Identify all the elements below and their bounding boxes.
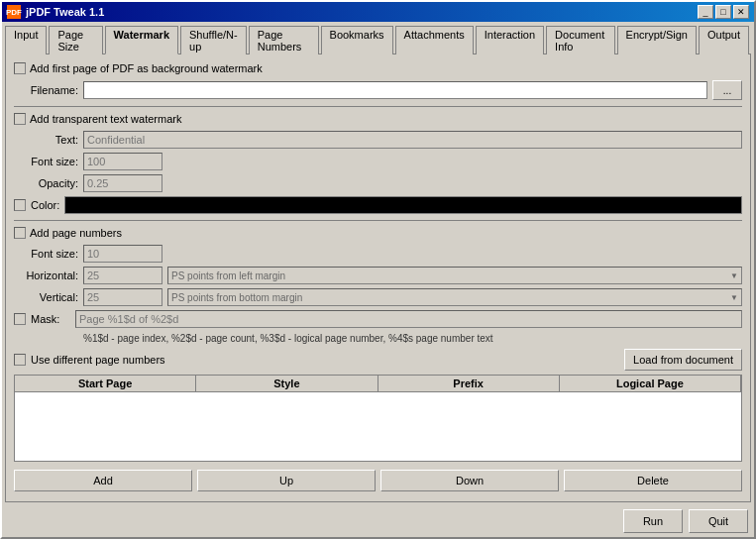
text-watermark-checkbox[interactable] bbox=[14, 113, 26, 125]
color-swatch[interactable] bbox=[64, 196, 742, 214]
horizontal-unit-wrapper: PS points from left margin ▼ bbox=[167, 267, 742, 284]
separator-1 bbox=[14, 106, 742, 107]
tab-output[interactable]: Output bbox=[699, 26, 749, 54]
col-prefix: Prefix bbox=[378, 376, 560, 391]
page-numbers-row: Add page numbers bbox=[14, 227, 742, 239]
filename-input[interactable] bbox=[83, 81, 707, 99]
mask-label: Mask: bbox=[31, 313, 70, 325]
text-label: Text: bbox=[14, 134, 78, 146]
horizontal-unit-label: PS points from left margin bbox=[171, 270, 285, 281]
col-style: Style bbox=[196, 376, 378, 391]
run-button[interactable]: Run bbox=[623, 509, 683, 533]
opacity-label: Opacity: bbox=[14, 177, 78, 189]
horizontal-label: Horizontal: bbox=[14, 270, 78, 281]
horizontal-input[interactable] bbox=[83, 267, 162, 284]
quit-button[interactable]: Quit bbox=[689, 509, 748, 533]
background-watermark-row: Add first page of PDF as background wate… bbox=[14, 62, 742, 74]
table-header: Start Page Style Prefix Logical Page bbox=[15, 376, 741, 392]
delete-button[interactable]: Delete bbox=[564, 470, 742, 491]
filename-label: Filename: bbox=[14, 84, 78, 96]
close-button[interactable]: ✕ bbox=[733, 5, 749, 19]
main-window: PDF jPDF Tweak 1.1 _ □ ✕ Input Page Size… bbox=[0, 0, 756, 539]
font-size-row: Font size: bbox=[14, 153, 742, 170]
pn-font-size-input[interactable] bbox=[83, 245, 162, 263]
browse-button[interactable]: ... bbox=[712, 80, 742, 100]
load-from-document-button[interactable]: Load from document bbox=[624, 349, 742, 371]
mask-row: Mask: bbox=[14, 310, 742, 328]
vertical-dropdown-arrow: ▼ bbox=[730, 293, 738, 302]
horizontal-unit-dropdown[interactable]: PS points from left margin ▼ bbox=[167, 267, 742, 284]
tab-encrypt-sign[interactable]: Encrypt/Sign bbox=[617, 26, 697, 54]
text-row: Text: bbox=[14, 131, 742, 149]
pn-font-size-label: Font size: bbox=[14, 248, 78, 260]
horizontal-dropdown-arrow: ▼ bbox=[730, 271, 738, 280]
tab-page-size[interactable]: Page Size bbox=[49, 26, 102, 54]
title-bar: PDF jPDF Tweak 1.1 _ □ ✕ bbox=[2, 2, 754, 22]
bottom-buttons: Add Up Down Delete bbox=[14, 466, 742, 493]
tab-shuffle[interactable]: Shuffle/N-up bbox=[180, 26, 247, 54]
page-numbers-checkbox[interactable] bbox=[14, 227, 26, 239]
vertical-unit-dropdown[interactable]: PS points from bottom margin ▼ bbox=[167, 288, 742, 306]
vertical-input[interactable] bbox=[83, 288, 162, 306]
background-watermark-checkbox[interactable] bbox=[14, 62, 26, 74]
tab-document-info[interactable]: Document Info bbox=[546, 26, 615, 54]
down-button[interactable]: Down bbox=[380, 470, 559, 491]
vertical-unit-label: PS points from bottom margin bbox=[171, 292, 302, 303]
page-numbers-table: Start Page Style Prefix Logical Page bbox=[14, 375, 742, 462]
filename-row: Filename: ... bbox=[14, 80, 742, 100]
tab-bookmarks[interactable]: Bookmarks bbox=[321, 26, 393, 54]
background-watermark-label: Add first page of PDF as background wate… bbox=[30, 62, 263, 74]
vertical-label: Vertical: bbox=[14, 291, 78, 303]
text-input[interactable] bbox=[83, 131, 742, 149]
hint-text: %1$d - page index, %2$d - page count, %3… bbox=[14, 332, 742, 345]
font-size-input[interactable] bbox=[83, 153, 162, 170]
up-button[interactable]: Up bbox=[197, 470, 376, 491]
opacity-row: Opacity: bbox=[14, 174, 742, 192]
col-start-page: Start Page bbox=[15, 376, 196, 391]
maximize-button[interactable]: □ bbox=[715, 5, 731, 19]
mask-input[interactable] bbox=[75, 310, 742, 328]
page-numbers-label: Add page numbers bbox=[30, 227, 122, 239]
minimize-button[interactable]: _ bbox=[698, 5, 713, 19]
opacity-input[interactable] bbox=[83, 174, 162, 192]
vertical-row: Vertical: PS points from bottom margin ▼ bbox=[14, 288, 742, 306]
pn-font-size-row: Font size: bbox=[14, 245, 742, 263]
title-bar-left: PDF jPDF Tweak 1.1 bbox=[7, 5, 104, 19]
add-button[interactable]: Add bbox=[14, 470, 192, 491]
tab-watermark[interactable]: Watermark bbox=[105, 26, 178, 54]
tab-page-numbers[interactable]: Page Numbers bbox=[249, 26, 319, 54]
color-label: Color: bbox=[31, 199, 59, 211]
tab-attachments[interactable]: Attachments bbox=[395, 26, 474, 54]
color-row: Color: bbox=[14, 196, 742, 214]
table-body bbox=[15, 392, 741, 461]
font-size-label: Font size: bbox=[14, 156, 78, 167]
tab-interaction[interactable]: Interaction bbox=[476, 26, 544, 54]
tabs-row: Input Page Size Watermark Shuffle/N-up P… bbox=[2, 22, 754, 54]
mask-checkbox[interactable] bbox=[14, 313, 26, 325]
color-checkbox[interactable] bbox=[14, 199, 26, 211]
text-watermark-row: Add transparent text watermark bbox=[14, 113, 742, 125]
tab-input[interactable]: Input bbox=[5, 26, 47, 54]
footer-bar: Run Quit bbox=[2, 505, 754, 537]
diff-page-numbers-row: Use different page numbers Load from doc… bbox=[14, 349, 742, 371]
vertical-unit-wrapper: PS points from bottom margin ▼ bbox=[167, 288, 742, 306]
text-watermark-label: Add transparent text watermark bbox=[30, 113, 181, 125]
col-logical-page: Logical Page bbox=[560, 376, 741, 391]
title-buttons: _ □ ✕ bbox=[698, 5, 749, 19]
horizontal-row: Horizontal: PS points from left margin ▼ bbox=[14, 267, 742, 284]
window-title: jPDF Tweak 1.1 bbox=[26, 6, 104, 18]
content-area: Add first page of PDF as background wate… bbox=[5, 54, 751, 502]
diff-page-numbers-label: Use different page numbers bbox=[31, 354, 165, 366]
app-icon: PDF bbox=[7, 5, 21, 19]
separator-2 bbox=[14, 220, 742, 221]
diff-page-numbers-checkbox[interactable] bbox=[14, 354, 26, 366]
